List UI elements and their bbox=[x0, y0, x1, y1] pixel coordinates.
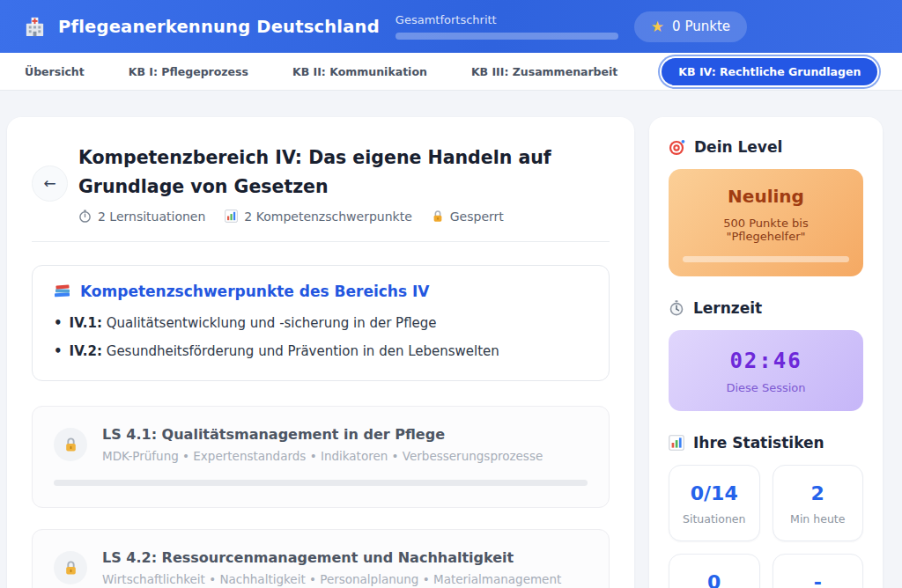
session-timer-card: 02:46 Diese Session bbox=[669, 330, 863, 411]
level-next-text: 500 Punkte bis "Pflegehelfer" bbox=[683, 217, 849, 243]
stat-erfolgsrate: 0 Erfolgsrate bbox=[669, 554, 760, 588]
ls-4-1-tags: MDK-Prüfung • Expertenstandards • Indika… bbox=[102, 449, 543, 463]
kb4-meta-row: 2 Lernsituationen 2 Kompetenzschwerpunkt… bbox=[78, 209, 610, 224]
ls-card-4-1[interactable]: LS 4.1: Qualitätsmanagement in der Pfleg… bbox=[32, 406, 610, 508]
focus-item: • IV.2: Gesundheitsförderung und Prävent… bbox=[54, 343, 588, 359]
tab-kb4-rechtliche-grundlagen[interactable]: KB IV: Rechtliche Grundlagen bbox=[662, 58, 877, 85]
lock-icon bbox=[63, 560, 78, 576]
points-badge: ★ 0 Punkte bbox=[634, 11, 747, 42]
lock-badge bbox=[54, 551, 87, 584]
stopwatch-icon bbox=[669, 300, 684, 316]
level-card: Neuling 500 Punkte bis "Pflegehelfer" bbox=[669, 169, 863, 276]
meta-lernsituationen: 2 Lernsituationen bbox=[78, 209, 205, 224]
tab-kb2-kommunikation[interactable]: KB II: Kommunikation bbox=[292, 65, 427, 78]
lock-badge bbox=[54, 428, 87, 461]
tab-kb1-pflegeprozess[interactable]: KB I: Pflegeprozess bbox=[129, 65, 248, 78]
session-timer-caption: Diese Session bbox=[683, 381, 849, 394]
level-progress-bar bbox=[683, 256, 849, 262]
ls-4-1-progress-bar bbox=[54, 480, 588, 486]
kb-tab-bar: Übersicht KB I: Pflegeprozess KB II: Kom… bbox=[0, 53, 902, 91]
lock-icon bbox=[432, 209, 444, 223]
focus-list: • IV.1: Qualitätsentwicklung und -sicher… bbox=[54, 315, 588, 359]
statistics-section-heading: Ihre Statistiken bbox=[669, 434, 863, 452]
sidebar: Dein Level Neuling 500 Punkte bis "Pfleg… bbox=[649, 117, 883, 588]
stopwatch-icon bbox=[78, 209, 92, 223]
meta-kompetenzschwerpunkte: 2 Kompetenzschwerpunkte bbox=[225, 209, 411, 224]
star-icon: ★ bbox=[651, 19, 664, 34]
meta-gesperrt: Gesperrt bbox=[432, 209, 504, 224]
level-section-heading: Dein Level bbox=[669, 138, 863, 156]
lernzeit-section-heading: Lernzeit bbox=[669, 299, 863, 317]
back-button[interactable]: ← bbox=[32, 165, 68, 202]
books-icon bbox=[54, 283, 71, 298]
stat-min-heute: 2 Min heute bbox=[773, 465, 864, 541]
ls-card-4-2[interactable]: LS 4.2: Ressourcenmanagement und Nachhal… bbox=[32, 529, 610, 588]
back-arrow-icon: ← bbox=[43, 174, 55, 192]
ls-4-2-tags: Wirtschaftlichkeit • Nachhaltigkeit • Pe… bbox=[102, 572, 561, 586]
app-title: Pflegeanerkennung Deutschland bbox=[58, 17, 380, 37]
ls-4-1-title: LS 4.1: Qualitätsmanagement in der Pfleg… bbox=[102, 426, 543, 443]
target-icon bbox=[669, 139, 685, 156]
tab-uebersicht[interactable]: Übersicht bbox=[25, 65, 85, 78]
section-divider bbox=[32, 241, 610, 242]
ls-4-2-title: LS 4.2: Ressourcenmanagement und Nachhal… bbox=[102, 549, 561, 566]
kb4-page-title: Kompetenzbereich IV: Das eigene Handeln … bbox=[78, 143, 610, 202]
points-label: 0 Punkte bbox=[672, 18, 730, 34]
focus-box-title: Kompetenzschwerpunkte des Bereichs IV bbox=[80, 283, 429, 300]
kb4-main-card: ← Kompetenzbereich IV: Das eigene Handel… bbox=[7, 117, 634, 588]
session-timer-value: 02:46 bbox=[683, 349, 849, 373]
overall-progress-bar bbox=[396, 33, 618, 40]
overall-progress: Gesamtfortschritt bbox=[396, 13, 618, 40]
lock-icon bbox=[63, 437, 78, 452]
hospital-icon bbox=[23, 15, 47, 39]
bar-chart-icon bbox=[669, 435, 684, 451]
focus-item: • IV.1: Qualitätsentwicklung und -sicher… bbox=[54, 315, 588, 331]
overall-progress-label: Gesamtfortschritt bbox=[396, 13, 618, 26]
tab-kb3-zusammenarbeit[interactable]: KB III: Zusammenarbeit bbox=[471, 65, 617, 78]
level-name: Neuling bbox=[683, 186, 849, 207]
content-area: ← Kompetenzbereich IV: Das eigene Handel… bbox=[0, 91, 902, 588]
stat-situationen: 0/14 Situationen bbox=[669, 465, 760, 541]
app-header: Pflegeanerkennung Deutschland Gesamtfort… bbox=[0, 0, 902, 53]
stats-grid: 0/14 Situationen 2 Min heute 0 Erfolgsra… bbox=[669, 465, 863, 588]
bar-chart-icon bbox=[225, 209, 238, 223]
kompetenzschwerpunkte-box: Kompetenzschwerpunkte des Bereichs IV • … bbox=[32, 265, 610, 381]
stat-fachbegriffe: - Fachbegriffe bbox=[773, 554, 864, 588]
